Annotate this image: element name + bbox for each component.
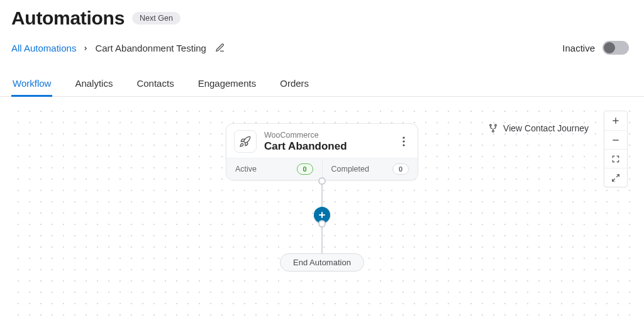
tabs-bar: Workflow Analytics Contacts Engagements … [0, 72, 644, 97]
pencil-icon [215, 43, 225, 53]
node-menu-button[interactable] [397, 136, 410, 146]
tab-engagements[interactable]: Engagements [197, 72, 258, 96]
end-automation-node[interactable]: End Automation [280, 253, 364, 272]
stat-completed: Completed 0 [322, 158, 418, 180]
node-stats: Active 0 Completed 0 [226, 158, 418, 180]
stat-active-label: Active [235, 165, 257, 173]
zoom-out-button[interactable] [604, 130, 627, 149]
tab-contacts[interactable]: Contacts [135, 72, 175, 96]
connector-line [321, 180, 323, 207]
expand-icon [611, 155, 620, 163]
fit-screen-button[interactable] [604, 149, 627, 168]
svg-line-7 [613, 179, 615, 181]
workflow-canvas[interactable]: View Contact Journey [11, 104, 633, 318]
stat-completed-value: 0 [392, 163, 409, 175]
fullscreen-icon [611, 173, 620, 182]
status-label: Inactive [562, 43, 595, 53]
svg-point-9 [402, 140, 404, 142]
view-contact-journey-link[interactable]: View Contact Journey [488, 123, 589, 133]
breadcrumb: All Automations Cart Abandonment Testing [11, 40, 228, 55]
svg-point-0 [490, 124, 492, 126]
breadcrumb-root-link[interactable]: All Automations [11, 43, 76, 53]
stat-active-value: 0 [297, 163, 313, 175]
page-title: Automations [11, 8, 125, 29]
svg-point-10 [402, 144, 404, 146]
stat-completed-label: Completed [331, 165, 369, 173]
svg-line-6 [616, 174, 619, 177]
plus-icon [317, 210, 327, 220]
svg-point-2 [492, 130, 494, 132]
connector-line [321, 223, 323, 253]
trigger-node[interactable]: WooCommerce Cart Abandoned Active 0 [226, 123, 418, 180]
breadcrumb-current: Cart Abandonment Testing [95, 43, 206, 53]
tab-analytics[interactable]: Analytics [74, 72, 114, 96]
rocket-icon [234, 130, 257, 153]
edit-name-button[interactable] [213, 40, 228, 55]
page-header: Automations Next Gen All Automations Car… [0, 0, 644, 55]
zoom-in-button[interactable] [604, 111, 627, 130]
fullscreen-button[interactable] [604, 168, 627, 187]
tab-orders[interactable]: Orders [279, 72, 310, 96]
status-toggle[interactable] [602, 41, 629, 55]
journey-link-label: View Contact Journey [503, 123, 589, 133]
branch-icon [488, 123, 498, 133]
zoom-controls [604, 111, 628, 187]
more-vertical-icon [402, 136, 405, 146]
svg-point-1 [495, 124, 497, 126]
minus-icon [611, 135, 621, 145]
nextgen-badge: Next Gen [132, 12, 180, 25]
trigger-title: Cart Abandoned [264, 140, 390, 153]
tab-workflow[interactable]: Workflow [11, 72, 52, 96]
chevron-right-icon [82, 43, 89, 53]
trigger-subtitle: WooCommerce [264, 131, 390, 140]
plus-icon [611, 116, 621, 126]
svg-point-8 [402, 136, 404, 138]
stat-active: Active 0 [226, 158, 322, 180]
